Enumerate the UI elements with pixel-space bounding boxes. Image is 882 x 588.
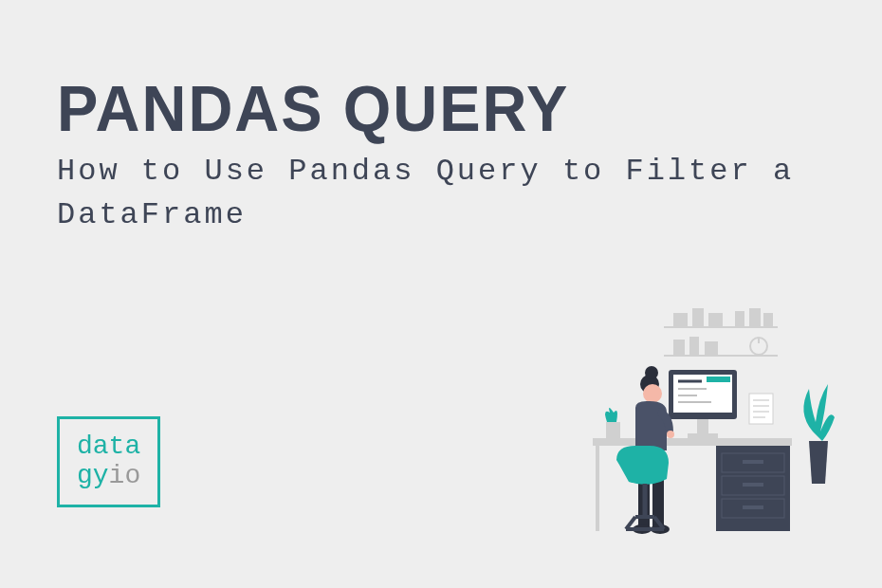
svg-rect-8 [673, 340, 685, 356]
svg-rect-3 [708, 313, 723, 327]
page-title: Pandas Query [57, 71, 825, 146]
svg-rect-32 [743, 460, 763, 464]
svg-rect-5 [749, 308, 761, 327]
svg-rect-2 [692, 308, 704, 327]
svg-rect-36 [743, 505, 763, 509]
logo-text-gy: gy [77, 461, 109, 490]
svg-rect-15 [707, 377, 730, 382]
logo: data gyio [57, 416, 160, 507]
svg-rect-28 [593, 438, 792, 446]
svg-rect-27 [606, 422, 620, 438]
svg-rect-4 [735, 311, 744, 327]
svg-rect-6 [763, 313, 773, 327]
desk-illustration [545, 294, 839, 541]
svg-rect-10 [705, 341, 718, 356]
svg-rect-34 [743, 483, 763, 487]
logo-line-1: data [77, 432, 140, 462]
svg-rect-20 [697, 419, 708, 433]
logo-text-data: data [77, 432, 140, 461]
svg-rect-9 [689, 337, 699, 356]
logo-text-io: io [109, 461, 141, 490]
svg-point-40 [667, 431, 674, 438]
svg-point-38 [645, 366, 658, 379]
svg-rect-22 [749, 394, 773, 424]
svg-point-39 [643, 384, 662, 403]
svg-rect-1 [673, 313, 688, 327]
page-subtitle: How to Use Pandas Query to Filter a Data… [57, 150, 825, 238]
svg-rect-21 [688, 433, 718, 438]
content-area: Pandas Query How to Use Pandas Query to … [57, 71, 825, 238]
logo-line-2: gyio [77, 462, 140, 491]
